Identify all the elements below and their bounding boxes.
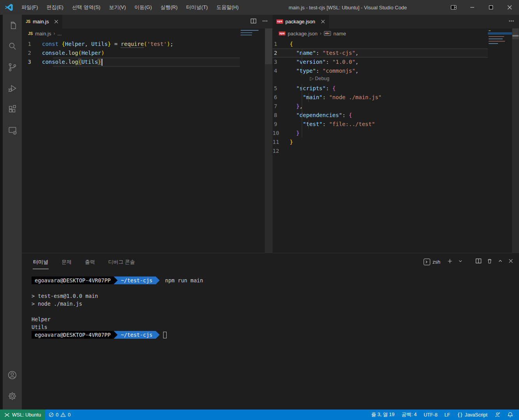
settings-gear-icon[interactable] [3, 385, 22, 406]
code-line-7[interactable]: 7 }, [273, 102, 519, 111]
breadcrumb-file[interactable]: main.js [35, 31, 51, 37]
minimize-button[interactable] [463, 0, 482, 15]
scrollbar-left[interactable]: T [265, 28, 273, 253]
shell-badge[interactable]: zsh [424, 259, 440, 265]
launch-profile-chevron-icon[interactable] [458, 258, 463, 265]
search-icon[interactable] [3, 36, 22, 57]
code-text: "type": "commonjs", [290, 66, 359, 75]
code-editor-main-js[interactable]: 1const {Helper, Utils} = require('test')… [22, 38, 273, 253]
code-line-1[interactable]: 1{ [273, 40, 519, 49]
remote-indicator[interactable]: WSL: Ubuntu [0, 410, 45, 420]
more-actions-icon[interactable] [508, 18, 514, 25]
code-line-12[interactable]: 12 [273, 147, 519, 156]
terminal-line: egoavara@DESKTOP-4VR07PP ~/test-cjs [32, 331, 519, 339]
line-number: 4 [273, 66, 290, 75]
cursor-position-status[interactable]: 줄 3, 열 19 [368, 410, 398, 420]
powerline-arrow-icon [156, 331, 160, 339]
close-tab-icon[interactable] [321, 19, 325, 24]
minimap-line [241, 35, 252, 35]
split-terminal-icon[interactable] [475, 258, 482, 266]
maximize-button[interactable] [482, 0, 500, 15]
panel-tab-1[interactable]: 문제 [61, 255, 72, 269]
scrollbar-slider[interactable] [265, 28, 272, 64]
breadcrumb-left[interactable]: JS main.js › ... [22, 28, 273, 38]
problems-status[interactable]: 0 0 [45, 410, 74, 420]
tab-label: package.json [285, 19, 315, 24]
more-actions-icon[interactable] [262, 18, 268, 25]
close-button[interactable] [500, 0, 519, 15]
code-text: "main": "node ./main.js" [290, 93, 382, 102]
run-and-debug-icon[interactable] [3, 78, 22, 99]
code-line-2[interactable]: 2 "name": "test-cjs", [273, 49, 519, 58]
menubar-item-2[interactable]: 선택 영역(S) [68, 0, 105, 15]
layout-toggle-icon[interactable] [444, 0, 463, 15]
menubar-item-4[interactable]: 이동(G) [130, 0, 156, 15]
code-line-11[interactable]: 11} [273, 138, 519, 147]
code-line-10[interactable]: 10 } [273, 129, 519, 138]
menubar-item-0[interactable]: 파일(F) [17, 0, 42, 15]
title-bar: 파일(F)편집(E)선택 영역(S)보기(V)이동(G)실행(R)터미널(T)도… [0, 0, 519, 15]
code-line-8[interactable]: 8 "dependencies": { [273, 111, 519, 120]
close-panel-icon[interactable] [508, 258, 514, 265]
scrollbar-slider[interactable] [512, 28, 519, 39]
menubar-item-3[interactable]: 보기(V) [105, 0, 130, 15]
terminal-output[interactable]: egoavara@DESKTOP-4VR07PP ~/test-cjs npm … [22, 270, 519, 410]
extensions-icon[interactable] [3, 99, 22, 120]
vscode-logo-icon [5, 3, 13, 12]
split-editor-icon[interactable] [250, 18, 257, 26]
accounts-icon[interactable] [3, 364, 22, 385]
line-number: 1 [273, 40, 290, 49]
window-title: main.js - test-cjs [WSL: Ubuntu] - Visua… [289, 5, 407, 10]
close-tab-icon[interactable] [54, 19, 58, 24]
menubar-item-7[interactable]: 도움말(H) [212, 0, 243, 15]
line-number: 10 [273, 129, 290, 138]
remote-explorer-icon[interactable] [3, 120, 22, 141]
code-text: }, [290, 102, 303, 111]
scrollbar-right[interactable] [512, 28, 519, 253]
minimap-right[interactable] [488, 28, 512, 253]
minimap-left[interactable] [240, 28, 265, 253]
kill-terminal-icon[interactable] [487, 258, 493, 266]
source-control-icon[interactable] [3, 57, 22, 78]
code-line-4[interactable]: 4 "type": "commonjs", [273, 66, 519, 75]
feedback-status[interactable] [491, 410, 504, 420]
terminal-line: > test-esm@1.0.0 main [32, 292, 519, 300]
codelens-debug[interactable]: ▷ Debug [273, 75, 519, 84]
code-line-1[interactable]: 1const {Helper, Utils} = require('test')… [22, 40, 273, 49]
notifications-status[interactable] [504, 410, 517, 420]
indentation-status[interactable]: 공백: 4 [398, 410, 420, 420]
encoding-status[interactable]: UTF-8 [420, 410, 441, 420]
code-line-6[interactable]: 6 "main": "node ./main.js" [273, 93, 519, 102]
eol-status[interactable]: LF [441, 410, 454, 420]
panel-tab-2[interactable]: 출력 [84, 255, 95, 269]
menubar-item-5[interactable]: 실행(R) [156, 0, 182, 15]
code-line-2[interactable]: 2console.log(Helper) [22, 49, 273, 58]
code-editor-package-json[interactable]: 1{2 "name": "test-cjs",3 "version": "1.0… [273, 38, 519, 253]
menubar-item-1[interactable]: 편집(E) [42, 0, 68, 15]
language-status[interactable]: {} JavaScript [454, 410, 491, 420]
panel-tab-0[interactable]: 터미널 [33, 255, 49, 269]
menubar-item-6[interactable]: 터미널(T) [182, 0, 212, 15]
tab-package-json[interactable]: npm package.json [273, 15, 329, 28]
panel-tab-3[interactable]: 디버그 콘솔 [108, 255, 135, 269]
panel-tabs: 터미널문제출력디버그 콘솔 [33, 255, 135, 269]
line-number: 2 [22, 49, 42, 58]
code-line-3[interactable]: 3 "version": "1.0.0", [273, 58, 519, 66]
line-number: 11 [273, 138, 290, 147]
code-line-3[interactable]: 3console.log(Utils) [22, 58, 273, 66]
new-terminal-icon[interactable] [447, 258, 453, 266]
line-number: 3 [273, 58, 290, 66]
breadcrumb-right[interactable]: npm package.json › abc name [273, 28, 519, 38]
minimap-line [489, 36, 504, 37]
breadcrumb-file[interactable]: package.json [288, 31, 318, 37]
activity-bar [0, 15, 22, 410]
code-line-5[interactable]: 5 "scripts": { [273, 84, 519, 93]
maximize-panel-icon[interactable] [498, 258, 503, 265]
explorer-icon[interactable] [3, 15, 22, 36]
breadcrumb-tail[interactable]: ... [57, 31, 62, 37]
indent-guide [302, 102, 302, 111]
code-line-9[interactable]: 9 "test": "file:../test" [273, 120, 519, 129]
tab-main-js[interactable]: JS main.js [22, 15, 62, 28]
prompt-path-segment: ~/test-cjs [118, 276, 156, 284]
breadcrumb-symbol[interactable]: name [333, 31, 346, 37]
